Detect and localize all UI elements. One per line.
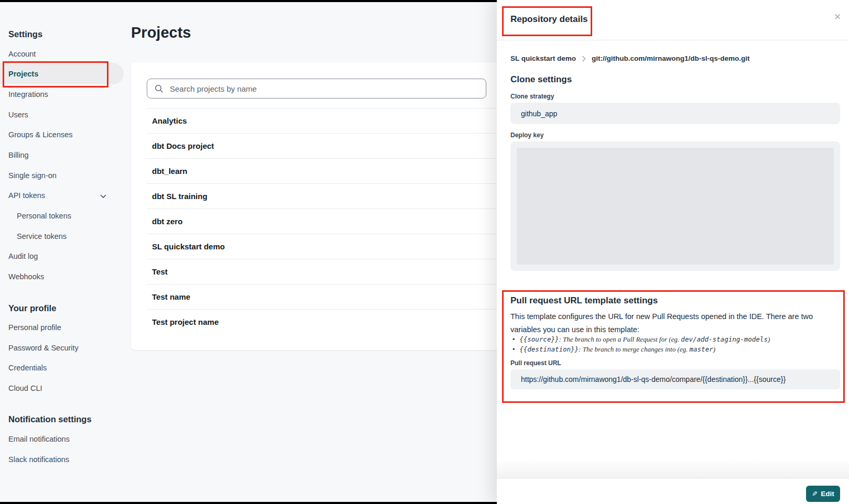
clone-strategy-label: Clone strategy xyxy=(510,93,554,100)
pr-url-value-text: https://github.com/mirnawong1/db-sl-qs-d… xyxy=(521,375,786,384)
search-input[interactable] xyxy=(169,84,464,94)
pr-template-heading: Pull request URL template settings xyxy=(510,295,658,306)
edit-button[interactable]: ✎ Edit xyxy=(806,486,840,502)
sidebar-item-projects[interactable]: Projects xyxy=(0,63,124,84)
drawer-title: Repository details xyxy=(510,14,587,25)
breadcrumb: SL quickstart demo git://github.com/mirn… xyxy=(510,54,750,62)
sidebar-item-api-tokens[interactable]: API tokens xyxy=(8,190,45,201)
sidebar-item-personal-tokens[interactable]: Personal tokens xyxy=(17,211,71,221)
sidebar-item-cloud-cli[interactable]: Cloud CLI xyxy=(8,383,42,393)
footer-divider xyxy=(497,478,849,478)
sidebar-item-integrations[interactable]: Integrations xyxy=(8,89,48,100)
breadcrumb-project-name: SL quickstart demo xyxy=(510,54,576,62)
sidebar-item-slack-notifications[interactable]: Slack notifications xyxy=(8,454,69,465)
pr-variable-source: {{source}}: The branch to open a Pull Re… xyxy=(513,334,770,344)
chevron-right-icon xyxy=(582,56,586,62)
close-icon[interactable]: ✕ xyxy=(834,13,841,21)
chevron-down-icon[interactable] xyxy=(99,192,107,200)
pr-url-value: https://github.com/mirnawong1/db-sl-qs-d… xyxy=(510,369,840,389)
deploy-key-redacted-value xyxy=(517,148,834,265)
drawer-header-divider xyxy=(497,40,849,40)
sidebar-item-audit-log[interactable]: Audit log xyxy=(8,251,38,261)
sidebar-item-projects-label: Projects xyxy=(8,70,38,78)
deploy-key-field xyxy=(510,141,840,271)
sidebar-item-single-sign-on[interactable]: Single sign-on xyxy=(8,170,57,181)
pencil-icon: ✎ xyxy=(812,490,818,498)
sidebar-heading-notification-settings: Notification settings xyxy=(8,414,92,424)
breadcrumb-repo-url: git://github.com/mirnawong1/db-sl-qs-dem… xyxy=(592,54,749,62)
sidebar-item-groups-licenses[interactable]: Groups & Licenses xyxy=(8,129,73,140)
sidebar-item-account[interactable]: Account xyxy=(8,49,36,59)
sidebar-heading-your-profile: Your profile xyxy=(8,303,56,313)
pr-template-description: This template configures the URL for new… xyxy=(510,310,825,336)
footer-scroll-shadow xyxy=(497,459,849,478)
sidebar-item-personal-profile[interactable]: Personal profile xyxy=(8,322,61,333)
deploy-key-label: Deploy key xyxy=(510,132,543,139)
clone-strategy-value: github_app xyxy=(510,103,840,124)
repository-details-drawer: Repository details ✕ SL quickstart demo … xyxy=(497,0,849,504)
pr-template-variables-list: {{source}}: The branch to open a Pull Re… xyxy=(513,334,770,354)
pr-variable-destination: {{destination}}: The branch to merge cha… xyxy=(513,344,770,354)
app-root: Settings Account Projects Integrations U… xyxy=(0,0,849,504)
bottom-black-bar xyxy=(0,502,497,504)
edit-button-label: Edit xyxy=(821,490,834,498)
sidebar-heading-settings: Settings xyxy=(8,29,42,39)
search-icon xyxy=(155,84,164,93)
sidebar-item-email-notifications[interactable]: Email notifications xyxy=(8,434,70,444)
page-title: Projects xyxy=(131,24,191,41)
sidebar-item-webhooks[interactable]: Webhooks xyxy=(8,271,44,282)
sidebar-item-billing[interactable]: Billing xyxy=(8,150,29,160)
top-black-bar xyxy=(0,0,497,2)
sidebar-item-credentials[interactable]: Credentials xyxy=(8,363,47,373)
clone-settings-heading: Clone settings xyxy=(510,74,572,85)
project-search[interactable] xyxy=(147,79,486,98)
sidebar-item-password-security[interactable]: Password & Security xyxy=(8,343,79,353)
clone-strategy-value-text: github_app xyxy=(521,109,557,118)
sidebar-item-users[interactable]: Users xyxy=(8,109,28,120)
pr-url-label: Pull request URL xyxy=(510,359,561,367)
sidebar-item-service-tokens[interactable]: Service tokens xyxy=(17,231,67,242)
